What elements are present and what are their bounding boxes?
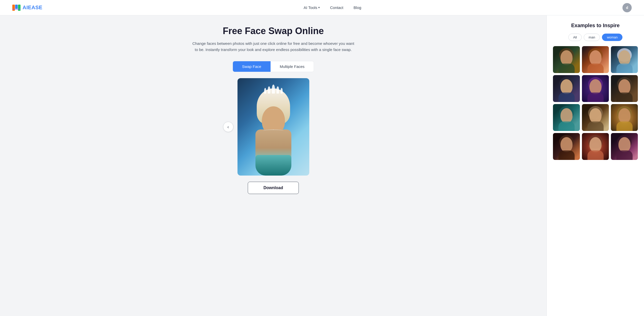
header: AIEASE AI Tools ▾ Contact Blog d (0, 0, 644, 15)
grid-item[interactable] (553, 133, 580, 160)
woman-crown (261, 83, 286, 94)
svg-rect-1 (15, 5, 18, 9)
right-sidebar: Examples to Inspire All man woman (547, 15, 644, 316)
woman-scales (255, 155, 291, 176)
grid-item[interactable] (611, 46, 638, 73)
crown-spike (272, 85, 275, 94)
svg-rect-3 (12, 9, 21, 10)
svg-rect-2 (18, 5, 21, 11)
tab-swap-face[interactable]: Swap Face (233, 61, 271, 72)
download-button[interactable]: Download (248, 182, 299, 194)
tabs-container: Swap Face Multiple Faces (233, 61, 314, 72)
main-content: Free Face Swap Online Change faces betwe… (0, 15, 547, 316)
nav-item-contact[interactable]: Contact (330, 5, 343, 10)
main-image (237, 78, 309, 176)
nav-item-ai-tools[interactable]: AI Tools ▾ (304, 5, 320, 10)
user-avatar[interactable]: d (622, 3, 632, 12)
grid-item[interactable] (582, 104, 609, 131)
grid-item[interactable] (611, 75, 638, 102)
svg-rect-0 (12, 5, 15, 11)
grid-item[interactable] (611, 104, 638, 131)
logo-icon (12, 5, 21, 11)
woman-necklace (263, 129, 284, 132)
grid-item[interactable] (582, 75, 609, 102)
logo[interactable]: AIEASE (12, 5, 42, 11)
grid-item[interactable] (553, 104, 580, 131)
prev-arrow-button[interactable]: ‹ (223, 122, 233, 132)
grid-item[interactable] (553, 46, 580, 73)
page-layout: Free Face Swap Online Change faces betwe… (0, 15, 644, 316)
image-area: ‹ (223, 78, 324, 176)
tab-multiple-faces[interactable]: Multiple Faces (271, 61, 314, 72)
grid-item[interactable] (582, 46, 609, 73)
filter-woman[interactable]: woman (602, 34, 622, 41)
crown-spike (276, 86, 279, 94)
nav-item-blog[interactable]: Blog (354, 5, 361, 10)
grid-item[interactable] (582, 133, 609, 160)
chevron-down-icon: ▾ (318, 6, 320, 9)
main-image-wrapper: ⤴ (237, 78, 309, 176)
chevron-left-icon: ‹ (227, 124, 229, 130)
grid-item[interactable] (611, 133, 638, 160)
filter-row: All man woman (553, 34, 638, 41)
crown-spike (264, 88, 266, 94)
navigation: AI Tools ▾ Contact Blog (304, 5, 361, 10)
page-subtitle: Change faces between photos with just on… (191, 40, 355, 53)
grid-item[interactable] (553, 75, 580, 102)
filter-all[interactable]: All (568, 34, 582, 41)
sidebar-title: Examples to Inspire (553, 23, 638, 28)
page-title: Free Face Swap Online (223, 26, 324, 36)
crown-spike (281, 88, 283, 94)
crown-spike (268, 86, 270, 94)
logo-text: AIEASE (23, 5, 42, 11)
filter-man[interactable]: man (584, 34, 600, 41)
image-grid (553, 46, 638, 160)
